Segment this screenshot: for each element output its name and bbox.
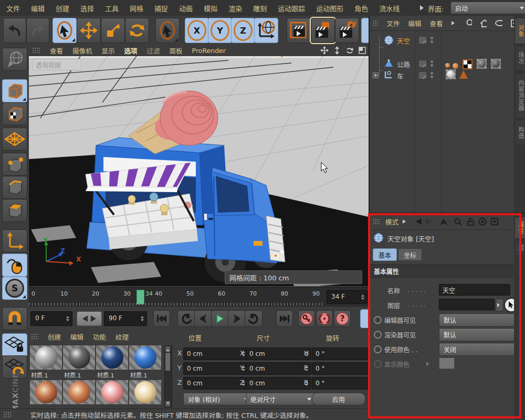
timeline-ruler[interactable]: 0 10 20 30 40 50 60 70 80 90 34 34 F	[29, 287, 369, 308]
material-label[interactable]: 材质.1	[63, 370, 95, 378]
keyframe-nav-buttons[interactable]	[77, 311, 102, 326]
size-z-field[interactable]: 0 cm	[246, 377, 311, 390]
keyframe-ring-icon[interactable]	[374, 331, 382, 339]
layer-toggle[interactable]	[418, 36, 427, 44]
keyframe-ring-icon[interactable]	[374, 316, 382, 324]
material-thumbnail[interactable]	[129, 380, 161, 404]
menu-mograph[interactable]: 运动图形	[316, 3, 343, 13]
zoom-view-icon[interactable]	[333, 46, 341, 55]
viewport-menu-options[interactable]: 选项	[124, 46, 138, 56]
compositing-tag-icon[interactable]	[463, 59, 472, 69]
material-menu-edit[interactable]: 编辑	[70, 332, 83, 342]
current-frame-field[interactable]: 34 F	[327, 290, 368, 304]
material-thumbnail[interactable]	[63, 380, 95, 404]
tab-takes[interactable]: 场次	[514, 45, 525, 71]
material-item[interactable]: 材质.1	[30, 345, 62, 378]
material-item[interactable]: 材质.1	[63, 345, 95, 378]
coord-mode-dropdown[interactable]: 对象 (相对)	[183, 393, 251, 405]
menu-tools[interactable]: 工具	[105, 3, 119, 13]
layer-input[interactable]	[439, 299, 495, 310]
mode-menu[interactable]: 模式	[385, 217, 398, 227]
tab-structure[interactable]: 构造	[514, 120, 525, 146]
panel-grip[interactable]	[32, 47, 40, 54]
use-color-dropdown[interactable]: 关闭	[439, 343, 525, 356]
apply-button[interactable]: 应用	[312, 393, 365, 405]
viewport-menu-panel[interactable]: 面板	[170, 46, 183, 56]
editor-visibility-dropdown[interactable]: 默认	[439, 313, 525, 327]
material-thumbnail[interactable]	[129, 345, 161, 370]
panel-grip[interactable]	[373, 218, 380, 225]
phong-tag-icon[interactable]	[445, 63, 450, 68]
model-mode-button[interactable]	[2, 79, 27, 102]
tab-coordinates[interactable]: 坐标	[398, 248, 422, 261]
play-forward-button[interactable]	[211, 310, 229, 327]
menu-mesh[interactable]: 网格	[130, 3, 143, 13]
size-x-field[interactable]: 0 cm	[246, 348, 311, 360]
goto-start-button[interactable]	[153, 310, 170, 327]
render-view-button[interactable]	[287, 18, 311, 43]
layer-flyout-button[interactable]	[496, 299, 503, 311]
lock-x-axis-button[interactable]: X	[185, 18, 209, 43]
material-item[interactable]: 材质.1	[96, 345, 128, 378]
spinner-icon[interactable]	[66, 314, 70, 323]
lock-workplane-button[interactable]	[2, 333, 27, 356]
scrollbar-thumb[interactable]	[165, 353, 170, 371]
layer-toggle[interactable]	[418, 60, 427, 68]
record-key-button[interactable]	[298, 310, 315, 327]
menu-simulate[interactable]: 模拟	[204, 3, 217, 13]
goto-end-button[interactable]	[276, 310, 293, 327]
redo-button[interactable]	[26, 18, 49, 43]
enable-axis-button[interactable]	[2, 229, 27, 253]
interface-dropdown[interactable]: 启动	[450, 2, 525, 14]
material-thumbnail[interactable]	[96, 380, 128, 404]
rot-b-field[interactable]: 0 °	[312, 377, 369, 390]
home-icon[interactable]	[480, 19, 487, 27]
size-mode-dropdown[interactable]: 绝对尺寸	[246, 393, 314, 405]
viewport-menu-prorender[interactable]: ProRender	[192, 47, 226, 55]
lock-y-axis-button[interactable]: Y	[208, 18, 232, 43]
mode-chevron-icon[interactable]	[403, 219, 408, 224]
interface-chevron-icon[interactable]	[420, 5, 426, 10]
material-label[interactable]: 材质.1	[96, 370, 128, 378]
autokey-button[interactable]	[316, 310, 333, 327]
magnet-snap-button[interactable]	[2, 307, 27, 330]
search-icon[interactable]	[454, 218, 462, 226]
material-menu-function[interactable]: 功能	[93, 332, 106, 342]
tree-row-sky[interactable]: 天空	[370, 35, 513, 46]
points-mode-button[interactable]	[2, 153, 27, 176]
next-key-button[interactable]	[228, 310, 246, 327]
visibility-dots[interactable]	[430, 71, 433, 79]
texture-tag-icon[interactable]	[477, 59, 487, 69]
viewport-menu-display[interactable]: 显示	[102, 46, 115, 56]
tab-content-browser[interactable]: 内容浏览器	[514, 72, 525, 119]
section-header[interactable]: 基本属性	[370, 264, 513, 278]
end-frame-field[interactable]: 90 F	[104, 311, 147, 326]
tree-row-road[interactable]: 公路	[370, 58, 513, 69]
history-back-icon[interactable]	[414, 218, 423, 225]
panel-grip[interactable]	[3, 412, 12, 418]
menu-render[interactable]: 渲染	[228, 3, 242, 13]
edges-mode-button[interactable]	[2, 176, 27, 199]
visibility-dots[interactable]	[430, 59, 433, 68]
last-selection-tool-button[interactable]	[155, 18, 180, 43]
search-icon[interactable]	[466, 19, 472, 27]
workplane-mode-button[interactable]	[2, 128, 27, 151]
pos-z-field[interactable]: 0 cm	[183, 377, 248, 390]
render-picture-viewer-button[interactable]	[311, 18, 335, 43]
rotate-button[interactable]	[125, 18, 149, 43]
lock-z-axis-button[interactable]: Z	[231, 18, 255, 43]
playhead[interactable]	[136, 290, 144, 304]
size-y-field[interactable]: 0 cm	[246, 362, 311, 375]
material-item[interactable]	[96, 380, 128, 404]
next-mark-icon[interactable]	[91, 316, 96, 322]
material-label[interactable]: 材质.1	[129, 370, 161, 378]
panel-grip[interactable]	[31, 333, 38, 340]
menu-overflow-icon[interactable]	[452, 21, 457, 25]
menu-file[interactable]: 文件	[6, 3, 20, 13]
menu-sculpt[interactable]: 雕刻	[253, 3, 267, 13]
layer-toggle[interactable]	[418, 71, 427, 79]
material-thumbnail[interactable]	[30, 345, 62, 370]
maximize-view-icon[interactable]	[358, 46, 366, 55]
panel-grip[interactable]	[373, 20, 378, 26]
object-menu-file[interactable]: 文件	[386, 18, 400, 28]
